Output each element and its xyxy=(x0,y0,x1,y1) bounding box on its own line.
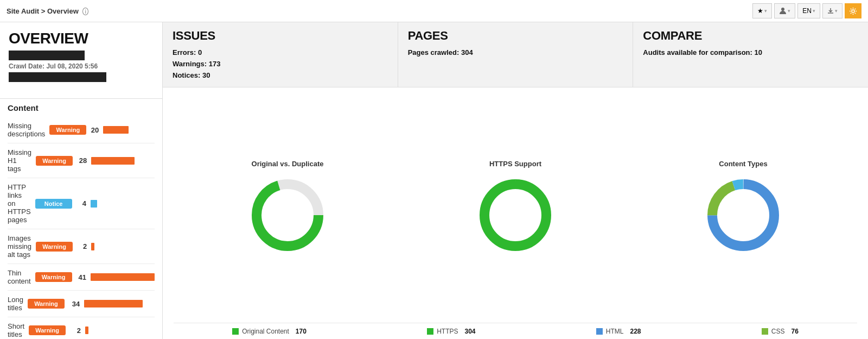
issue-row[interactable]: Long titlesWarning34 xyxy=(8,291,155,317)
content-types-chart: Content Types xyxy=(703,160,784,256)
issue-name: Thin content xyxy=(8,269,31,285)
issue-name: Long titles xyxy=(8,296,23,312)
issue-name: Short titles xyxy=(8,322,24,338)
issue-count: 20 xyxy=(91,126,99,134)
issue-count: 41 xyxy=(76,273,86,281)
orig-dup-donut xyxy=(247,174,328,256)
left-column: OVERVIEW Crawl Date: Jul 08, 2020 5:56 C… xyxy=(0,22,163,339)
issue-bar xyxy=(84,300,143,307)
pages-crawled: Pages crawled: 304 xyxy=(408,47,623,59)
issue-count: 4 xyxy=(76,199,86,208)
legend-original-content: Original Content 170 xyxy=(232,328,307,335)
issue-name: Images missing alt tags xyxy=(8,234,31,259)
issue-bar xyxy=(91,200,97,208)
issue-row[interactable]: Short titlesWarning2 xyxy=(8,317,155,339)
toolbar: ★ ▾ ▾ EN ▾ ▾ xyxy=(752,3,861,18)
overview-bar-redacted xyxy=(9,51,85,60)
https-label: HTTPS Support xyxy=(489,160,541,168)
info-icon: i xyxy=(82,8,88,15)
issue-badge: Notice xyxy=(35,199,72,209)
content-types-donut xyxy=(703,174,784,256)
chart-legend: Original Content 170 HTTPS 304 HTML 228 … xyxy=(174,323,857,335)
issue-bar-wrap xyxy=(91,243,155,250)
issue-name: Missing descriptions xyxy=(8,122,45,138)
issue-bar-wrap xyxy=(91,273,155,281)
legend-https-dot xyxy=(427,328,433,335)
issue-bar-wrap xyxy=(84,300,155,307)
svg-point-0 xyxy=(781,8,784,11)
pages-panel: PAGES Pages crawled: 304 xyxy=(398,22,634,87)
issue-bar xyxy=(91,157,134,165)
legend-css: CSS 76 xyxy=(762,328,799,335)
issue-badge: Warning xyxy=(36,156,73,166)
issue-count: 28 xyxy=(77,156,87,165)
issue-count: 2 xyxy=(70,327,81,335)
issue-badge: Warning xyxy=(49,125,86,135)
legend-html: HTML 228 xyxy=(596,328,641,335)
issues-panel: ISSUES Errors: 0 Warnings: 173 Notices: … xyxy=(163,22,398,87)
compare-title: COMPARE xyxy=(643,29,858,43)
issue-bar-wrap xyxy=(103,126,155,134)
issue-bar xyxy=(91,273,155,281)
issue-row[interactable]: Images missing alt tagsWarning2 xyxy=(8,229,155,264)
content-types-label: Content Types xyxy=(719,160,767,168)
summary-panels: ISSUES Errors: 0 Warnings: 173 Notices: … xyxy=(163,22,868,87)
star-button[interactable]: ★ ▾ xyxy=(752,3,772,18)
compare-panel: COMPARE Audits available for comparison:… xyxy=(633,22,868,87)
issues-list: Missing descriptionsWarning20Missing H1 … xyxy=(8,117,155,339)
pages-title: PAGES xyxy=(408,29,623,43)
issue-badge: Warning xyxy=(36,242,73,252)
settings-button[interactable] xyxy=(845,3,861,18)
svg-point-1 xyxy=(852,10,854,12)
breadcrumb: Site Audit > Overview i xyxy=(7,7,88,15)
notices-stat: Notices: 30 xyxy=(173,70,388,81)
charts-row: Original vs. Duplicate HTTPS Support Con… xyxy=(174,93,857,323)
issue-row[interactable]: HTTP links on HTTPS pagesNotice4 xyxy=(8,178,155,229)
right-column: ISSUES Errors: 0 Warnings: 173 Notices: … xyxy=(163,22,868,339)
lang-button[interactable]: EN ▾ xyxy=(797,3,820,18)
issue-row[interactable]: Missing descriptionsWarning20 xyxy=(8,117,155,143)
content-issues-section: Content Missing descriptionsWarning20Mis… xyxy=(0,99,162,339)
breadcrumb-text: Site Audit > Overview xyxy=(7,7,79,15)
domain-bar-redacted xyxy=(9,72,106,82)
overview-section: OVERVIEW Crawl Date: Jul 08, 2020 5:56 xyxy=(0,22,162,99)
issue-count: 34 xyxy=(69,300,80,308)
content-heading: Content xyxy=(8,103,155,112)
user-button[interactable]: ▾ xyxy=(774,3,795,18)
crawl-date: Crawl Date: Jul 08, 2020 5:56 xyxy=(9,62,154,70)
warnings-stat: Warnings: 173 xyxy=(173,59,388,70)
issue-bar xyxy=(85,327,88,334)
issue-name: HTTP links on HTTPS pages xyxy=(8,183,31,224)
legend-orig-dot xyxy=(232,328,239,335)
issues-title: ISSUES xyxy=(173,29,388,43)
download-button[interactable]: ▾ xyxy=(822,3,843,18)
legend-https: HTTPS 304 xyxy=(427,328,475,335)
issue-name: Missing H1 tags xyxy=(8,148,31,173)
compare-audits: Audits available for comparison: 10 xyxy=(643,47,858,59)
issue-bar-wrap xyxy=(91,200,155,208)
top-bar: Site Audit > Overview i ★ ▾ ▾ EN ▾ ▾ xyxy=(0,0,868,22)
svg-point-4 xyxy=(484,184,546,246)
issue-badge: Warning xyxy=(28,299,65,309)
issue-bar-wrap xyxy=(91,157,155,165)
issue-count: 2 xyxy=(77,242,87,250)
https-donut xyxy=(475,174,556,256)
overview-title: OVERVIEW xyxy=(9,30,154,47)
issue-badge: Warning xyxy=(35,272,72,282)
https-support-chart: HTTPS Support xyxy=(475,160,556,256)
original-vs-duplicate-chart: Original vs. Duplicate xyxy=(247,160,328,256)
issue-badge: Warning xyxy=(29,325,66,335)
errors-stat: Errors: 0 xyxy=(173,47,388,59)
issue-row[interactable]: Missing H1 tagsWarning28 xyxy=(8,143,155,178)
orig-dup-label: Original vs. Duplicate xyxy=(252,160,324,168)
issue-bar-wrap xyxy=(85,327,155,334)
legend-html-dot xyxy=(596,328,603,335)
main-layout: OVERVIEW Crawl Date: Jul 08, 2020 5:56 C… xyxy=(0,22,868,339)
legend-css-dot xyxy=(762,328,768,335)
issue-row[interactable]: Thin contentWarning41 xyxy=(8,264,155,291)
issue-bar xyxy=(103,126,128,134)
charts-area: Original vs. Duplicate HTTPS Support Con… xyxy=(163,87,868,339)
issue-bar xyxy=(91,243,94,250)
